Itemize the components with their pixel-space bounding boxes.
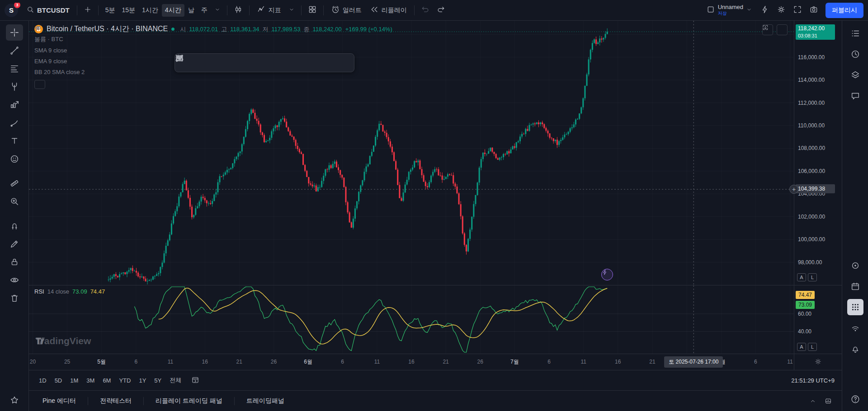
sidebar-calendar-button[interactable] [847,278,863,294]
time-axis-settings[interactable] [794,354,842,370]
symbol-title[interactable]: Bitcoin / TetherUS · 4시간 · BINANCE [47,24,168,34]
tool-fib-retracement-button[interactable] [6,61,23,77]
quick-trade-bolt-icon[interactable] [601,269,613,280]
sidebar-apps-grid-button[interactable] [847,299,863,315]
tool-draw-button[interactable] [6,236,23,252]
replay-button[interactable]: 리플레이 [366,3,410,18]
tool-brush-button[interactable] [6,115,23,131]
interval-주-button[interactable]: 주 [198,4,211,17]
float-tool-date-range-button[interactable] [295,55,313,70]
tool-eye-button[interactable] [6,272,23,288]
collapse-panel-button[interactable] [807,396,818,406]
sidebar-target-button[interactable] [847,257,863,274]
tool-text-button[interactable] [6,133,23,149]
float-tool-xabcd-pattern-button[interactable] [238,55,256,70]
range-3M-button[interactable]: 3M [83,375,98,386]
time-axis[interactable]: 20255월6111621266월6111621267월6111621268월6… [29,354,794,370]
panel-tab[interactable]: 리플레이 트레이딩 패널 [150,394,228,408]
panel-tab[interactable]: 전략테스터 [94,394,137,408]
tool-trash-button[interactable] [6,290,23,306]
emoji-icon [9,154,19,164]
go-to-date-button[interactable] [189,374,201,387]
fullscreen-button[interactable] [790,3,805,18]
symbol-search-button[interactable]: BTCUSDT [23,3,73,17]
candlestick-plot[interactable]: B Bitcoin / TetherUS · 4시간 · BINANCE 시11… [29,21,794,285]
session-clock[interactable]: 21:51:29 UTC+9 [791,377,835,384]
tool-lock-button[interactable] [6,254,23,270]
quick-action-button[interactable] [758,3,772,18]
float-tool-price-range-button[interactable] [314,55,332,70]
range-5D-button[interactable]: 5D [51,375,66,386]
redo-button[interactable] [434,3,448,18]
float-tool-elliott-wave-button[interactable] [257,55,275,70]
interval-4시간-button[interactable]: 4시간 [162,4,184,17]
rsi-value-badge: 73.09 [796,301,815,309]
divider [323,5,324,15]
save-layout-link[interactable]: 저장 [718,11,727,16]
sidebar-help-button[interactable] [847,391,863,407]
tool-trend-line-button[interactable] [6,42,23,59]
range-전체-button[interactable]: 전체 [166,374,185,387]
interval-날-button[interactable]: 날 [185,4,198,17]
interval-15분-button[interactable]: 15분 [118,4,138,17]
tool-crosshair-button[interactable] [6,24,23,41]
sidebar-signal-button[interactable] [847,320,863,336]
tool-zoom-button[interactable] [6,193,23,210]
rsi-auto-scale-button[interactable]: A [797,343,806,351]
maximize-pane-button[interactable] [777,24,788,35]
range-6M-button[interactable]: 6M [99,375,114,386]
indicator-row[interactable]: 볼륨 · BTC [34,34,392,45]
tool-pitchfork-button[interactable] [6,79,23,95]
layout-manager-button[interactable]: Unnamed 저장 [703,2,756,18]
screenshot-button[interactable] [807,3,821,18]
range-5Y-button[interactable]: 5Y [151,375,165,386]
indicators-button[interactable]: 지표 [253,3,285,18]
layout-grid-button[interactable] [305,3,320,18]
tool-magnet-button[interactable] [6,218,23,234]
favorites-button[interactable] [6,392,23,408]
indicators-label: 지표 [269,6,281,14]
sidebar-bell-button[interactable] [847,341,863,357]
range-1Y-button[interactable]: 1Y [135,375,150,386]
compare-add-button[interactable] [81,3,94,17]
sidebar-layers-button[interactable] [847,67,863,83]
range-1D-button[interactable]: 1D [35,375,50,386]
interval-1시간-button[interactable]: 1시간 [139,4,161,17]
indicator-label: 볼륨 · BTC [34,35,63,43]
sidebar-clock-button[interactable] [847,46,863,62]
log-scale-button[interactable]: L [808,273,817,281]
panel-tab[interactable]: Pine 에디터 [37,394,81,408]
interval-dropdown-button[interactable] [212,4,223,16]
float-tool-abcd-pattern-button[interactable] [276,55,294,70]
range-YTD-button[interactable]: YTD [115,375,134,386]
float-tool-trend-line-button[interactable] [181,55,199,70]
tool-ruler-button[interactable] [6,175,23,191]
ohlc-label: 시 [180,25,186,33]
panel-tab[interactable]: 트레이딩패널 [241,394,290,408]
rsi-log-scale-button[interactable]: L [808,343,817,351]
open-panel-button[interactable] [823,396,834,406]
rsi-scale[interactable]: 60.0040.0074.4773.09AL [794,285,842,354]
sidebar-list-button[interactable] [847,25,863,42]
tool-forecast-button[interactable] [6,97,23,113]
interval-5분-button[interactable]: 5분 [102,4,118,17]
auto-scale-button[interactable]: A [797,273,806,281]
float-tool-rectangle-button[interactable] [333,55,351,70]
tool-emoji-button[interactable] [6,151,23,167]
publish-button[interactable]: 퍼블리시 [826,3,863,18]
settings-button[interactable] [774,3,788,18]
float-tool-horizontal-ray-button[interactable] [200,55,218,70]
alert-button[interactable]: 얼러트 [327,3,365,18]
rsi-plot[interactable]: RSI 14 close 73.09 74.47 TradingView [29,285,794,354]
chart-style-button[interactable] [231,3,245,18]
float-tool-parallel-channel-button[interactable] [219,55,237,70]
sidebar-chat-button[interactable] [847,88,863,104]
avatar-letter: S [9,6,14,14]
price-scale[interactable]: 116,000.00114,000.00112,000.00110,000.00… [794,21,842,285]
undo-button[interactable] [418,3,433,18]
range-1M-button[interactable]: 1M [66,375,82,386]
user-avatar[interactable]: S 3 [5,4,18,17]
rsi-legend[interactable]: RSI 14 close 73.09 74.47 [34,288,105,295]
legend-collapse-button[interactable] [34,80,45,89]
indicator-templates-dropdown[interactable] [286,4,297,16]
